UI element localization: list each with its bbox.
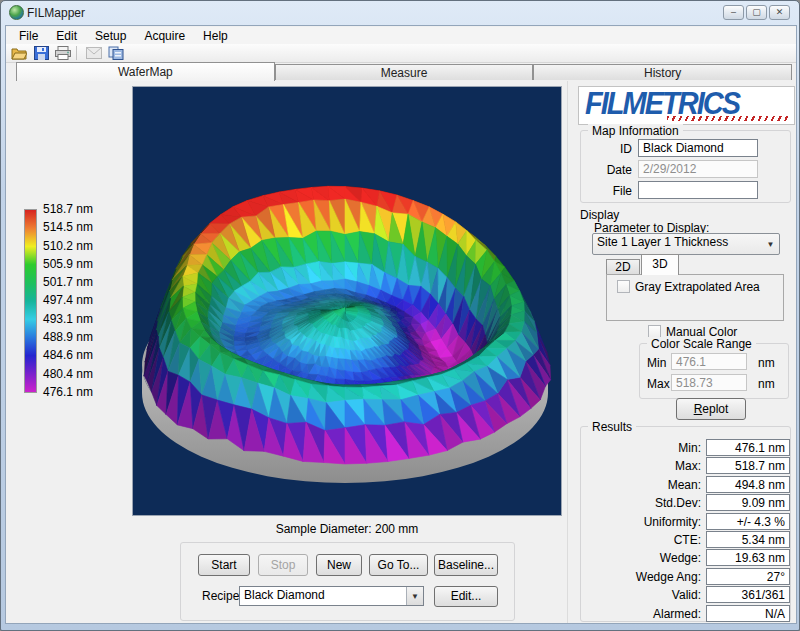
legend-tick-label: 514.5 nm xyxy=(43,220,113,234)
chevron-down-icon[interactable]: ▼ xyxy=(406,587,423,605)
panel-divider xyxy=(567,81,568,623)
legend-tick-label: 497.4 nm xyxy=(43,293,113,307)
tab-2d[interactable]: 2D xyxy=(606,259,640,275)
menu-acquire[interactable]: Acquire xyxy=(135,27,194,44)
toolbar-separator xyxy=(76,46,77,60)
logo-hatch-marks xyxy=(667,116,788,121)
app-window: FILMapper – ▢ ✕ FileEditSetupAcquireHelp xyxy=(0,0,800,631)
result-label: Uniformity: xyxy=(589,515,701,529)
legend-tick-label: 476.1 nm xyxy=(43,385,113,399)
result-label: Min: xyxy=(589,441,701,455)
new-button[interactable]: New xyxy=(316,554,362,576)
gray-extrapolated-checkbox[interactable] xyxy=(617,280,630,293)
copy-icon[interactable] xyxy=(107,45,125,61)
goto-button[interactable]: Go To... xyxy=(369,554,428,576)
legend-tick-label: 493.1 nm xyxy=(43,312,113,326)
tab-wafermap[interactable]: WaferMap xyxy=(16,62,275,81)
result-value: 494.8 nm xyxy=(706,476,790,493)
legend-tick-label: 505.9 nm xyxy=(43,257,113,271)
min-unit: nm xyxy=(758,356,775,370)
gray-extrapolated-label: Gray Extrapolated Area xyxy=(635,280,760,294)
color-scale-labels: 518.7 nm514.5 nm510.2 nm505.9 nm501.7 nm… xyxy=(43,202,113,399)
print-icon[interactable] xyxy=(54,45,72,61)
tab-3d[interactable]: 3D xyxy=(641,254,679,275)
result-label: CTE: xyxy=(589,533,701,547)
result-value: 476.1 nm xyxy=(706,439,790,456)
result-label: Std.Dev: xyxy=(589,496,701,510)
max-unit: nm xyxy=(758,377,775,391)
id-field[interactable]: Black Diamond xyxy=(638,139,758,157)
menu-help[interactable]: Help xyxy=(194,27,237,44)
edit-button[interactable]: Edit... xyxy=(434,586,498,607)
stop-button[interactable]: Stop xyxy=(258,554,308,576)
result-value: 9.09 nm xyxy=(706,494,790,511)
minimize-button[interactable]: – xyxy=(723,5,744,20)
wafer-map-panel xyxy=(132,86,562,516)
app-icon xyxy=(9,5,24,20)
color-scale-legend xyxy=(24,209,37,393)
sample-diameter-label: Sample Diameter: 200 mm xyxy=(132,522,562,536)
file-field[interactable] xyxy=(638,181,758,199)
recipe-combobox[interactable]: Black Diamond ▼ xyxy=(239,586,424,606)
date-field[interactable]: 2/29/2012 xyxy=(638,160,758,178)
baseline-button[interactable]: Baseline... xyxy=(434,554,498,576)
max-field[interactable]: 518.73 xyxy=(671,374,747,391)
result-value: 27° xyxy=(706,568,790,585)
chevron-down-icon[interactable]: ▼ xyxy=(762,234,779,254)
result-value: N/A xyxy=(706,605,790,622)
max-label: Max xyxy=(647,377,670,391)
title-bar[interactable]: FILMapper – ▢ ✕ xyxy=(1,1,800,25)
result-value: 5.34 nm xyxy=(706,531,790,548)
window-title: FILMapper xyxy=(27,6,85,20)
result-label: Alarmed: xyxy=(589,607,701,621)
map-information-title: Map Information xyxy=(588,124,683,138)
maximize-button[interactable]: ▢ xyxy=(746,5,767,20)
result-label: Valid: xyxy=(589,588,701,602)
parameter-value: Site 1 Layer 1 Thickness xyxy=(597,235,728,249)
filmetrics-logo: FILMETRICS xyxy=(578,86,795,125)
legend-tick-label: 484.6 nm xyxy=(43,348,113,362)
menu-edit[interactable]: Edit xyxy=(47,27,86,44)
result-value: 19.63 nm xyxy=(706,549,790,566)
main-tab-strip: WaferMapMeasureHistory xyxy=(16,62,792,80)
parameter-combobox[interactable]: Site 1 Layer 1 Thickness ▼ xyxy=(592,233,780,255)
results-title: Results xyxy=(588,420,636,434)
close-button[interactable]: ✕ xyxy=(769,5,790,20)
menu-setup[interactable]: Setup xyxy=(86,27,135,44)
mail-icon[interactable] xyxy=(85,45,103,61)
client-area: FileEditSetupAcquireHelp WaferMapMeasure… xyxy=(5,25,797,624)
result-label: Wedge Ang: xyxy=(589,570,701,584)
menu-bar: FileEditSetupAcquireHelp xyxy=(6,27,796,44)
result-value: 361/361 xyxy=(706,586,790,603)
wafer-3d-view[interactable] xyxy=(133,87,561,515)
start-button[interactable]: Start xyxy=(198,554,250,576)
date-label: Date xyxy=(592,163,632,177)
legend-tick-label: 488.9 nm xyxy=(43,330,113,344)
recipe-label: Recipe: xyxy=(202,589,243,603)
result-value: +/- 4.3 % xyxy=(706,513,790,530)
legend-tick-label: 510.2 nm xyxy=(43,239,113,253)
tab-history[interactable]: History xyxy=(533,64,792,80)
result-label: Mean: xyxy=(589,478,701,492)
id-label: ID xyxy=(592,142,632,156)
color-scale-range-title: Color Scale Range xyxy=(647,337,756,351)
toolbar xyxy=(6,44,796,63)
recipe-value: Black Diamond xyxy=(244,588,325,602)
display-title: Display xyxy=(580,208,619,222)
file-label: File xyxy=(592,184,632,198)
replot-button[interactable]: Replot xyxy=(676,398,746,420)
result-label: Wedge: xyxy=(589,551,701,565)
result-value: 518.7 nm xyxy=(706,457,790,474)
open-file-icon[interactable] xyxy=(10,45,28,61)
legend-tick-label: 518.7 nm xyxy=(43,202,113,216)
tab-measure[interactable]: Measure xyxy=(275,64,534,80)
save-icon[interactable] xyxy=(32,45,50,61)
min-field[interactable]: 476.1 xyxy=(671,353,747,370)
menu-file[interactable]: File xyxy=(10,27,47,44)
legend-tick-label: 501.7 nm xyxy=(43,275,113,289)
min-label: Min xyxy=(647,356,666,370)
legend-tick-label: 480.4 nm xyxy=(43,367,113,381)
result-label: Max: xyxy=(589,459,701,473)
